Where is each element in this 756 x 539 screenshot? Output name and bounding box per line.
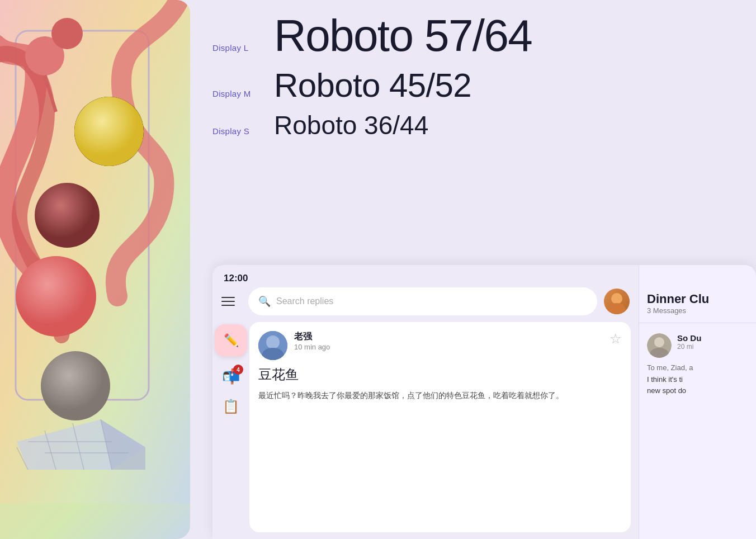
menu-line-3: [221, 305, 235, 306]
svg-point-19: [266, 335, 280, 349]
nav-list-button[interactable]: 📋: [223, 399, 239, 414]
person-time: 20 mi: [677, 343, 748, 351]
message-card: 老强 10 min ago ☆ 豆花鱼 最近忙吗？昨晚我去了你最爱的那家饭馆，点…: [249, 322, 631, 532]
svg-point-8: [16, 256, 96, 337]
type-row-display-s: Display S Roboto 36/44: [212, 110, 734, 141]
svg-point-3: [51, 18, 83, 49]
status-time: 12:00: [224, 273, 248, 284]
compose-icon: ✏️: [224, 333, 239, 348]
message-content-area: 老强 10 min ago ☆ 豆花鱼 最近忙吗？昨晚我去了你最爱的那家饭馆，点…: [249, 322, 639, 539]
right-panel: Dinner Clu 3 Messages So Du 20 mi To me,…: [639, 265, 756, 539]
type-row-display-m: Display M Roboto 45/52: [212, 66, 734, 105]
message-header: 老强 10 min ago ☆: [258, 331, 622, 360]
type-label-display-s: Display S: [212, 126, 274, 136]
svg-point-22: [654, 337, 664, 347]
svg-point-17: [608, 303, 626, 314]
menu-line-2: [221, 301, 235, 302]
menu-line-1: [221, 297, 235, 298]
search-row: 🔍 Search replies: [212, 287, 639, 322]
right-panel-preview-2: I think it's ti: [639, 374, 756, 385]
type-label-display-l: Display L: [212, 43, 274, 53]
right-panel-title: Dinner Clu: [647, 292, 748, 306]
preview-text-line2: new spot do: [647, 386, 686, 395]
sender-avatar-svg: [258, 331, 287, 360]
avatar-svg: [604, 289, 630, 314]
type-label-display-m: Display M: [212, 89, 274, 98]
svg-point-6: [74, 97, 144, 166]
right-panel-preview-1: To me, Ziad, a: [639, 363, 756, 374]
right-panel-divider: [639, 323, 756, 323]
search-placeholder-text: Search replies: [276, 296, 333, 306]
right-panel-person-row[interactable]: So Du 20 mi: [639, 328, 756, 363]
svg-point-7: [35, 183, 100, 248]
illustration-panel: [0, 0, 190, 539]
sender-avatar: [258, 331, 287, 360]
right-panel-preview-3: new spot do: [639, 385, 756, 396]
typography-section: Display L Roboto 57/64 Display M Roboto …: [212, 0, 734, 163]
type-sample-display-l: Roboto 57/64: [274, 11, 532, 60]
sidebar-icons: ✏️ 📬 4 📋: [212, 322, 249, 539]
message-body: 最近忙吗？昨晚我去了你最爱的那家饭馆，点了他们的特色豆花鱼，吃着吃着就想你了。: [258, 389, 622, 402]
wavy-illustration: [0, 0, 190, 503]
type-row-display-l: Display L Roboto 57/64: [212, 11, 734, 60]
list-icon: 📋: [223, 399, 239, 414]
type-sample-display-m: Roboto 45/52: [274, 66, 471, 105]
preview-text-line1: I think it's ti: [647, 375, 683, 384]
person-meta: So Du 20 mi: [677, 333, 748, 351]
messages-badge: 4: [233, 365, 243, 375]
app-mockup: 12:00 🔍 Search replies: [212, 265, 756, 539]
right-panel-header: Dinner Clu 3 Messages: [639, 265, 756, 318]
type-sample-display-s: Roboto 36/44: [274, 110, 428, 141]
right-panel-subtitle: 3 Messages: [647, 306, 748, 315]
status-bar: 12:00: [212, 265, 639, 287]
svg-point-9: [41, 351, 110, 420]
sender-meta: 老强 10 min ago: [294, 331, 603, 351]
person-avatar: [647, 333, 672, 358]
svg-point-16: [611, 293, 622, 304]
message-subject: 豆花鱼: [258, 366, 622, 384]
star-button[interactable]: ☆: [609, 331, 622, 347]
sender-name: 老强: [294, 331, 603, 343]
menu-icon-button[interactable]: [221, 291, 242, 311]
person-name: So Du: [677, 333, 748, 343]
search-icon: 🔍: [258, 295, 271, 308]
compose-fab[interactable]: ✏️: [215, 324, 247, 357]
main-panel-lower: ✏️ 📬 4 📋: [212, 322, 639, 539]
person-avatar-svg: [647, 333, 672, 358]
user-avatar[interactable]: [604, 289, 630, 314]
search-bar[interactable]: 🔍 Search replies: [248, 287, 597, 315]
nav-messages-button[interactable]: 📬 4: [222, 368, 240, 385]
message-time: 10 min ago: [294, 343, 603, 351]
main-panel: 12:00 🔍 Search replies: [212, 265, 639, 539]
